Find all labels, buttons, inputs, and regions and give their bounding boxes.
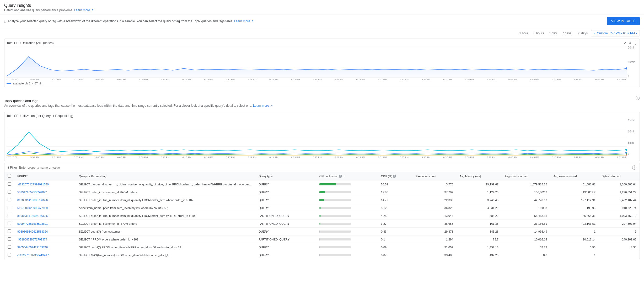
time-range-7days[interactable]: 7 days: [560, 30, 573, 36]
row-checkbox[interactable]: [8, 182, 11, 186]
cpu-bar-bg: [319, 223, 351, 225]
query-type: QUERY: [259, 230, 269, 233]
avg-rows-returned: 23,166.51: [583, 222, 595, 225]
query-text: SELECT order_id, line_number, item_id, q…: [79, 214, 196, 217]
cpu-util-help-icon[interactable]: ?: [339, 175, 342, 178]
cpu-chart-section: Total CPU Utilization (All Queries) ⤢ ⬇ …: [0, 39, 644, 94]
table-row[interactable]: 9080869340618588324SELECT count(*) from …: [4, 228, 640, 235]
cpu-pct-value: 17.88: [381, 191, 388, 194]
custom-range-selector[interactable]: ✓ Custom 5:57 PM - 6:52 PM ▾: [591, 30, 640, 36]
row-checkbox[interactable]: [8, 229, 11, 233]
cpu-chart-y-axis: 20min 10min 0: [627, 46, 637, 78]
cpu-chart-container: Total CPU Utilization (All Queries) ⤢ ⬇ …: [4, 39, 640, 87]
avg-rows-scanned: 136,802.7: [534, 191, 547, 194]
legend-label: example-db-2: 4.87min: [13, 82, 42, 85]
query-text: SELECT * FROM orders where order_id > 10…: [79, 238, 138, 241]
cpu-pct-value: 0.09: [381, 246, 387, 249]
query-text: SELECT count(*) from customer: [79, 230, 120, 233]
exec-count: 36,822: [444, 206, 453, 210]
row-checkbox[interactable]: [8, 245, 11, 249]
fprint-link[interactable]: 5107300428900477939: [17, 206, 48, 210]
table-row[interactable]: 8198531416603786626SELECT order_id, line…: [4, 212, 640, 220]
y-label-mid: 10min: [628, 61, 637, 63]
chart-more-icon[interactable]: ⋮: [634, 41, 637, 45]
table-row[interactable]: 5099472657533528601SELECT order_id, cust…: [4, 188, 640, 196]
fprint-link[interactable]: -951908728871702374: [17, 238, 47, 241]
bytes-returned: 1,093,452.12: [620, 214, 636, 217]
cpu-bar-bg: [319, 231, 351, 233]
row-checkbox[interactable]: [8, 253, 11, 256]
table-row[interactable]: -4292570127992091549SELECT o.order_id, o…: [4, 180, 640, 188]
learn-more-link-2[interactable]: Learn more ↗: [234, 19, 254, 23]
avg-latency: 385.22: [490, 214, 498, 217]
row-checkbox[interactable]: [8, 222, 11, 225]
cpu-bar-bg: [319, 246, 351, 248]
cpu-util-sort-icon[interactable]: ↓: [344, 175, 345, 178]
fprint-link[interactable]: 8198531416603786626: [17, 214, 48, 217]
row-checkbox[interactable]: [8, 190, 11, 194]
query-text: SELECT o.order_id, o.item_id, oi.line_nu…: [79, 183, 255, 186]
topn-learn-more[interactable]: Learn more ↗: [253, 104, 273, 108]
dropdown-arrow-icon: ▾: [636, 31, 637, 35]
row-checkbox[interactable]: [8, 198, 11, 201]
fprint-link[interactable]: -4292570127992091549: [17, 183, 49, 186]
table-row[interactable]: -1132276582358413417SELECT MAX(line_numb…: [4, 251, 640, 259]
table-row[interactable]: -951908728871702374SELECT * FROM orders …: [4, 235, 640, 243]
exec-count: 3,775: [446, 183, 453, 186]
exec-count: 1,294: [446, 238, 453, 241]
cpu-pct-help-icon[interactable]: ?: [393, 175, 396, 178]
avg-latency: 345.28: [490, 230, 498, 233]
avg-rows-scanned: 1,379,515.28: [530, 183, 547, 186]
cpu-pct-value: 14.72: [381, 199, 388, 202]
topn-chart-y-axis: 15min 10min 5min 0: [627, 119, 637, 156]
bytes-returned: 9: [635, 230, 636, 233]
learn-more-link-1[interactable]: Learn more ↗: [74, 8, 94, 12]
query-text: select item_name, price from item_invent…: [79, 206, 168, 210]
time-range-1hour[interactable]: 1 hour: [517, 30, 530, 36]
time-range-30days[interactable]: 30 days: [575, 30, 590, 36]
chart-expand-icon[interactable]: ⤢: [623, 41, 626, 45]
exec-count: 37,707: [444, 191, 453, 194]
avg-latency: 73.7: [493, 238, 498, 241]
avg-latency: 1,492.16: [487, 246, 498, 249]
fprint-link[interactable]: -1132276582358413417: [17, 254, 49, 257]
avg-rows-scanned: 19,893: [538, 206, 547, 210]
fprint-link[interactable]: 3905544552422189746: [17, 246, 48, 249]
cpu-bar-fill: [319, 183, 336, 185]
filter-bar: ⧱ Filter ?: [4, 163, 640, 172]
table-row[interactable]: 3905544552422189746SELECT count(*) FROM …: [4, 243, 640, 251]
chart-download-icon[interactable]: ⬇: [629, 41, 632, 45]
bytes-returned: 1,200,386.64: [620, 183, 636, 186]
time-range-1day[interactable]: 1 day: [547, 30, 559, 36]
bytes-returned: 2,402,187.44: [620, 199, 636, 202]
time-range-6hours[interactable]: 6 hours: [531, 30, 546, 36]
cpu-bar-fill: [319, 199, 324, 201]
table-row[interactable]: 5099472657533528601SELECT order_id, cust…: [4, 220, 640, 228]
fprint-link[interactable]: 9080869340618588324: [17, 230, 48, 233]
row-checkbox[interactable]: [8, 237, 11, 241]
row-checkbox[interactable]: [8, 206, 11, 209]
topn-subtitle: An overview of the queries and tags that…: [4, 104, 273, 108]
view-in-table-button[interactable]: VIEW IN TABLE: [607, 17, 640, 25]
fprint-link[interactable]: 5099472657533528601: [17, 191, 48, 194]
bytes-returned: 4.38: [631, 246, 636, 249]
row-checkbox[interactable]: [8, 214, 11, 217]
th-query-type: Query type: [255, 172, 316, 180]
topn-info-icon[interactable]: i: [636, 96, 640, 100]
fprint-link[interactable]: 5099472657533528601: [17, 222, 48, 225]
table-row[interactable]: 8198531416603786626SELECT order_id, line…: [4, 196, 640, 204]
select-all-checkbox[interactable]: [8, 174, 11, 178]
cpu-bar-bg: [319, 191, 351, 193]
th-exec-count: Execution count: [413, 172, 457, 180]
table-row[interactable]: 5107300428900477939select item_name, pri…: [4, 204, 640, 212]
cpu-pct-value: 53.52: [381, 183, 388, 186]
filter-input[interactable]: [19, 166, 632, 169]
checkmark-icon: ✓: [593, 31, 596, 35]
th-query: Query or Request tag: [76, 172, 255, 180]
legend-line-icon: [7, 83, 11, 84]
filter-help-icon[interactable]: ?: [632, 165, 636, 170]
filter-label: ⧱ Filter: [8, 166, 17, 169]
th-avg-latency: Avg latency (ms): [456, 172, 502, 180]
fprint-link[interactable]: 8198531416603786626: [17, 199, 48, 202]
avg-rows-returned: 55,468.31: [583, 214, 595, 217]
